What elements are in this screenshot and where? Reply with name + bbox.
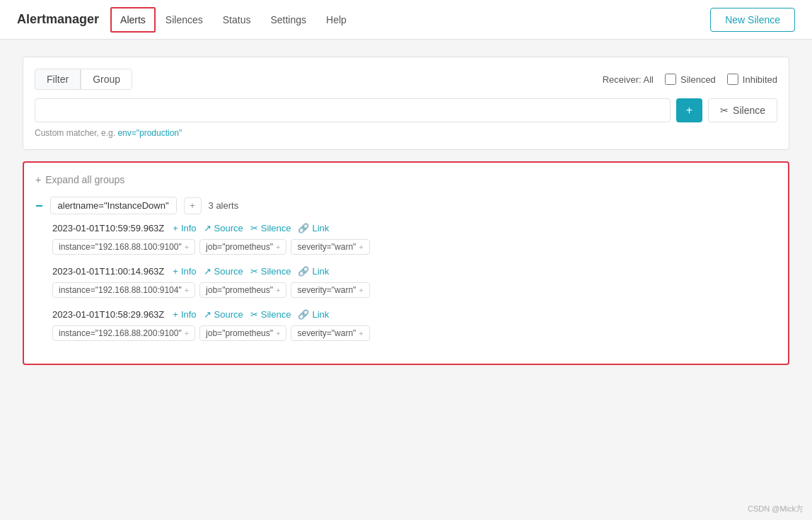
main-content: Filter Group Receiver: All Silenced Inhi… <box>0 40 812 382</box>
tab-filter[interactable]: Filter <box>35 69 81 90</box>
new-silence-button[interactable]: New Silence <box>710 8 795 32</box>
silence-action-icon-2: ✂ <box>250 266 258 277</box>
source-label-3: Source <box>214 309 243 320</box>
silence-link-3[interactable]: ✂ Silence <box>250 309 291 320</box>
silence-link-2[interactable]: ✂ Silence <box>250 266 291 277</box>
navbar: Alertmanager Alerts Silences Status Sett… <box>0 0 812 40</box>
label-tag-3-1: job="prometheus" + <box>199 325 286 341</box>
alert-item-header-2: 2023-01-01T11:00:14.963Z + Info ↗ Source… <box>52 266 777 277</box>
info-link-3[interactable]: + Info <box>173 309 196 320</box>
alert-group-header: − alertname="InstanceDown" + 3 alerts <box>35 197 777 214</box>
link-link-1[interactable]: 🔗 Link <box>298 223 329 233</box>
info-link-2[interactable]: + Info <box>173 266 196 277</box>
silence-action-icon-1: ✂ <box>250 223 258 233</box>
navbar-right: New Silence <box>710 8 795 32</box>
alert-timestamp-2: 2023-01-01T11:00:14.963Z <box>52 266 164 277</box>
label-tag-1-2: severity="warn" + <box>291 239 369 255</box>
plus-info-icon-1: + <box>173 223 178 233</box>
source-label-1: Source <box>214 223 243 233</box>
inhibited-checkbox[interactable] <box>727 74 738 85</box>
label-add-3-0[interactable]: + <box>185 329 189 337</box>
filter-panel: Filter Group Receiver: All Silenced Inhi… <box>23 57 789 150</box>
label-tag-3-2: severity="warn" + <box>291 325 369 341</box>
silence-link-1[interactable]: ✂ Silence <box>250 223 291 233</box>
filter-options: Receiver: All Silenced Inhibited <box>603 74 777 85</box>
alert-item: 2023-01-01T10:59:59.963Z + Info ↗ Source… <box>35 223 777 255</box>
silence-action-icon-3: ✂ <box>250 309 258 320</box>
source-link-3[interactable]: ↗ Source <box>204 309 243 320</box>
label-tag-2-0: instance="192.168.88.100:9104" + <box>52 282 195 298</box>
label-add-1-2[interactable]: + <box>359 243 363 251</box>
info-link-1[interactable]: + Info <box>173 223 196 233</box>
alerts-count: 3 alerts <box>209 200 239 211</box>
silence-icon: ✂ <box>720 105 729 116</box>
silenced-label: Silenced <box>680 74 716 85</box>
inhibited-label: Inhibited <box>743 74 777 85</box>
alert-item-header-1: 2023-01-01T10:59:59.963Z + Info ↗ Source… <box>52 223 777 233</box>
plus-info-icon-2: + <box>173 266 178 277</box>
group-tag: alertname="InstanceDown" <box>50 197 177 214</box>
nav-alerts[interactable]: Alerts <box>110 7 156 33</box>
inhibited-checkbox-label[interactable]: Inhibited <box>727 74 777 85</box>
nav-status[interactable]: Status <box>213 7 261 33</box>
label-add-3-1[interactable]: + <box>276 329 280 337</box>
group-tag-add-button[interactable]: + <box>184 197 202 214</box>
label-tag-2-2: severity="warn" + <box>291 282 369 298</box>
source-icon-3: ↗ <box>204 309 211 320</box>
label-add-2-1[interactable]: + <box>276 286 280 294</box>
link-label-1: Link <box>312 223 329 233</box>
source-icon-1: ↗ <box>204 223 211 233</box>
receiver-label: Receiver: All <box>603 74 654 85</box>
label-tag-2-1: job="prometheus" + <box>199 282 286 298</box>
nav-links: Alerts Silences Status Settings Help <box>110 7 710 33</box>
hint-text: Custom matcher, e.g. <box>35 128 115 138</box>
source-label-2: Source <box>214 266 243 277</box>
expand-all-button[interactable]: + Expand all groups <box>35 174 777 185</box>
tab-group-btn[interactable]: Group <box>81 69 132 90</box>
brand-title: Alertmanager <box>17 12 99 27</box>
nav-settings[interactable]: Settings <box>260 7 316 33</box>
search-input[interactable] <box>35 98 671 122</box>
expand-all-label: Expand all groups <box>45 174 124 185</box>
tab-group: Filter Group <box>35 69 132 90</box>
alert-timestamp-3: 2023-01-01T10:58:29.963Z <box>52 309 164 320</box>
label-add-1-0[interactable]: + <box>185 243 189 251</box>
filter-tabs-row: Filter Group Receiver: All Silenced Inhi… <box>35 69 777 90</box>
plus-icon: + <box>35 174 41 185</box>
alerts-panel: + Expand all groups − alertname="Instanc… <box>23 161 789 365</box>
silenced-checkbox-label[interactable]: Silenced <box>665 74 716 85</box>
link-link-2[interactable]: 🔗 Link <box>298 266 329 277</box>
alert-actions-3: + Info ↗ Source ✂ Silence 🔗 <box>173 309 329 320</box>
info-label-2: Info <box>181 266 197 277</box>
label-add-3-2[interactable]: + <box>359 329 363 337</box>
alert-labels-1: instance="192.168.88.100:9100" + job="pr… <box>52 239 777 255</box>
label-add-2-2[interactable]: + <box>359 286 363 294</box>
alert-actions-1: + Info ↗ Source ✂ Silence 🔗 <box>173 223 329 233</box>
silence-action-label-3: Silence <box>261 309 291 320</box>
alert-item-2: 2023-01-01T11:00:14.963Z + Info ↗ Source… <box>35 266 777 298</box>
silenced-checkbox[interactable] <box>665 74 676 85</box>
silence-action-label-1: Silence <box>261 223 291 233</box>
alert-labels-2: instance="192.168.88.100:9104" + job="pr… <box>52 282 777 298</box>
nav-help[interactable]: Help <box>316 7 356 33</box>
label-add-2-0[interactable]: + <box>185 286 189 294</box>
silence-button[interactable]: ✂ Silence <box>708 98 777 122</box>
info-label-1: Info <box>181 223 197 233</box>
source-link-1[interactable]: ↗ Source <box>204 223 243 233</box>
source-link-2[interactable]: ↗ Source <box>204 266 243 277</box>
link-icon-1: 🔗 <box>298 223 309 233</box>
alert-group: − alertname="InstanceDown" + 3 alerts 20… <box>35 197 777 341</box>
silence-action-label-2: Silence <box>261 266 291 277</box>
link-icon-2: 🔗 <box>298 266 309 277</box>
search-hint: Custom matcher, e.g. env="production" <box>35 128 777 138</box>
source-icon-2: ↗ <box>204 266 211 277</box>
collapse-group-button[interactable]: − <box>35 200 43 212</box>
hint-example[interactable]: env="production" <box>117 128 182 138</box>
label-add-1-1[interactable]: + <box>276 243 280 251</box>
alert-item-3: 2023-01-01T10:58:29.963Z + Info ↗ Source… <box>35 309 777 341</box>
link-label-2: Link <box>312 266 329 277</box>
link-link-3[interactable]: 🔗 Link <box>298 309 329 320</box>
add-matcher-button[interactable]: + <box>676 98 702 122</box>
silence-button-label: Silence <box>733 105 765 116</box>
nav-silences[interactable]: Silences <box>156 7 213 33</box>
